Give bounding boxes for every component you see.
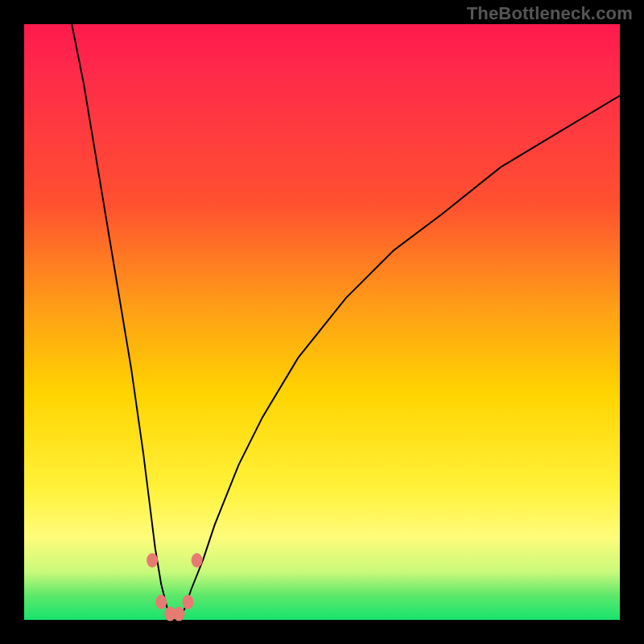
watermark-text: TheBottleneck.com [467,3,633,24]
plot-area [24,24,620,620]
curve-marker [173,607,184,621]
curve-marker [183,595,194,609]
chart-frame: TheBottleneck.com [0,0,644,644]
bottleneck-curve [72,24,620,620]
curve-marker [155,595,167,609]
curve-layer [24,24,620,620]
marker-group [147,553,203,621]
curve-marker [192,553,203,568]
curve-marker [147,553,158,568]
